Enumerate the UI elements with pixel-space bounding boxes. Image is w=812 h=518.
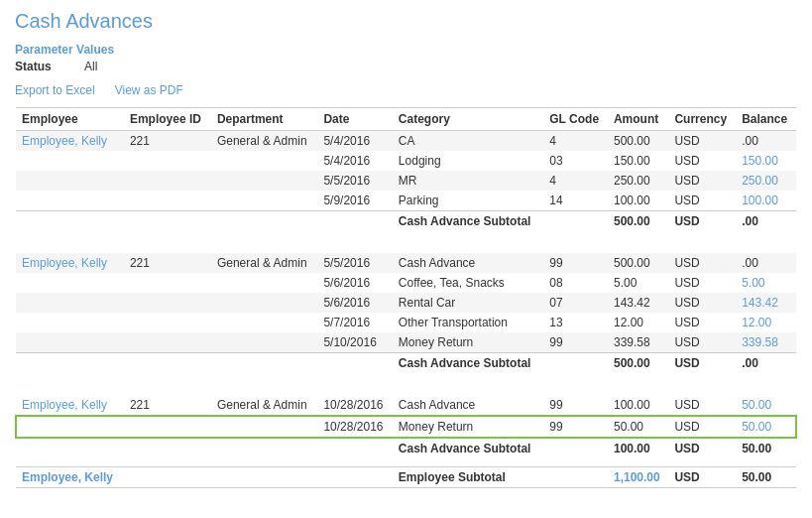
table-row: Employee, Kelly221General & Admin10/28/2…: [16, 395, 796, 416]
final-spacer-row: [16, 458, 796, 467]
subtotal-currency: USD: [668, 438, 736, 458]
cell-emp-id: 221: [124, 395, 211, 416]
spacer-row: [16, 373, 796, 395]
subtotal-empty-2: [124, 438, 211, 458]
cell-emp-id: [124, 332, 211, 353]
subtotal-amount: 500.00: [608, 211, 668, 232]
cell-gl-code: 13: [543, 313, 608, 332]
employee-subtotal-row: Employee, Kelly Employee Subtotal 1,100.…: [16, 467, 796, 488]
cell-employee: Employee, Kelly: [16, 131, 124, 152]
cell-category: Money Return: [393, 416, 543, 438]
emp-subtotal-currency: USD: [668, 467, 736, 488]
cell-date: 5/4/2016: [317, 131, 392, 152]
cell-employee: Employee, Kelly: [16, 253, 124, 273]
cell-currency: USD: [668, 171, 736, 191]
cell-category: Lodging: [393, 151, 543, 171]
cell-department: [211, 293, 318, 313]
subtotal-empty-4: [317, 353, 392, 374]
col-header-balance: Balance: [736, 108, 796, 131]
cell-gl-code: 03: [543, 151, 608, 171]
cell-balance: 50.00: [736, 395, 796, 416]
cell-employee: [16, 151, 124, 171]
subtotal-label: Cash Advance Subtotal: [393, 211, 543, 232]
cell-date: 5/6/2016: [317, 293, 392, 313]
cell-date: 5/9/2016: [317, 191, 392, 211]
emp-subtotal-amount: 1,100.00: [608, 467, 668, 488]
subtotal-empty-5: [543, 353, 608, 374]
col-header-amount: Amount: [608, 108, 668, 131]
table-header-row: Employee Employee ID Department Date Cat…: [16, 108, 796, 131]
cell-balance: 250.00: [736, 171, 796, 191]
cell-employee: [16, 273, 124, 293]
cell-currency: USD: [668, 332, 736, 353]
table-row: 5/5/2016MR4250.00USD250.00: [16, 171, 796, 191]
cell-date: 10/28/2016: [317, 416, 392, 438]
cell-emp-id: [124, 293, 211, 313]
col-header-department: Department: [211, 108, 318, 131]
cell-currency: USD: [668, 293, 736, 313]
emp-subtotal-label: Employee Subtotal: [393, 467, 543, 488]
cell-gl-code: 07: [543, 293, 608, 313]
action-links: Export to Excel View as PDF: [15, 83, 797, 97]
cell-balance: 143.42: [736, 293, 796, 313]
subtotal-label: Cash Advance Subtotal: [393, 438, 543, 458]
cell-employee: [16, 416, 124, 438]
cell-employee: [16, 171, 124, 191]
cell-amount: 100.00: [608, 191, 668, 211]
cell-department: [211, 416, 318, 438]
cell-department: [211, 151, 318, 171]
view-pdf-link[interactable]: View as PDF: [115, 83, 183, 97]
cell-employee: [16, 332, 124, 353]
subtotal-currency: USD: [668, 353, 736, 374]
export-excel-link[interactable]: Export to Excel: [15, 83, 95, 97]
emp-subtotal-empty-3: [317, 467, 392, 488]
cell-department: [211, 313, 318, 332]
subtotal-empty-5: [543, 211, 608, 232]
subtotal-empty-4: [317, 438, 392, 458]
cell-date: 5/5/2016: [317, 253, 392, 273]
subtotal-balance: .00: [736, 211, 796, 232]
cell-currency: USD: [668, 395, 736, 416]
cell-category: Other Transportation: [393, 313, 543, 332]
cell-date: 5/4/2016: [317, 151, 392, 171]
cell-emp-id: [124, 171, 211, 191]
cell-date: 5/7/2016: [317, 313, 392, 332]
cell-category: Money Return: [393, 332, 543, 353]
cell-currency: USD: [668, 273, 736, 293]
employee-link[interactable]: Employee, Kelly: [22, 256, 107, 270]
cell-emp-id: [124, 191, 211, 211]
col-header-currency: Currency: [668, 108, 736, 131]
table-row: 5/7/2016Other Transportation1312.00USD12…: [16, 313, 796, 332]
col-header-category: Category: [393, 108, 543, 131]
cell-balance: 339.58: [736, 332, 796, 353]
cell-category: Cash Advance: [393, 253, 543, 273]
subtotal-empty-1: [16, 438, 124, 458]
subtotal-amount: 100.00: [608, 438, 668, 458]
subtotal-row: Cash Advance Subtotal 500.00 USD .00: [16, 211, 796, 232]
cell-gl-code: 4: [543, 131, 608, 152]
cell-category: CA: [393, 131, 543, 152]
cell-employee: [16, 293, 124, 313]
cell-department: [211, 273, 318, 293]
cell-amount: 100.00: [608, 395, 668, 416]
parameter-section: Parameter Values Status All: [15, 43, 797, 73]
col-header-date: Date: [317, 108, 392, 131]
page-title: Cash Advances: [15, 10, 797, 33]
table-row: 10/28/2016Money Return9950.00USD50.00: [16, 416, 796, 438]
subtotal-empty-4: [317, 211, 392, 232]
cell-amount: 339.58: [608, 332, 668, 353]
emp-subtotal-employee: Employee, Kelly: [16, 467, 124, 488]
cell-department: [211, 171, 318, 191]
cell-gl-code: 4: [543, 171, 608, 191]
cell-emp-id: [124, 273, 211, 293]
subtotal-empty-1: [16, 211, 124, 232]
cell-balance: 12.00: [736, 313, 796, 332]
cell-emp-id: [124, 313, 211, 332]
cell-employee: Employee, Kelly: [16, 395, 124, 416]
employee-link[interactable]: Employee, Kelly: [22, 398, 107, 412]
cell-department: General & Admin: [211, 253, 318, 273]
table-row: 5/4/2016Lodging03150.00USD150.00: [16, 151, 796, 171]
cell-employee: [16, 191, 124, 211]
cell-currency: USD: [668, 131, 736, 152]
employee-link[interactable]: Employee, Kelly: [22, 134, 107, 148]
